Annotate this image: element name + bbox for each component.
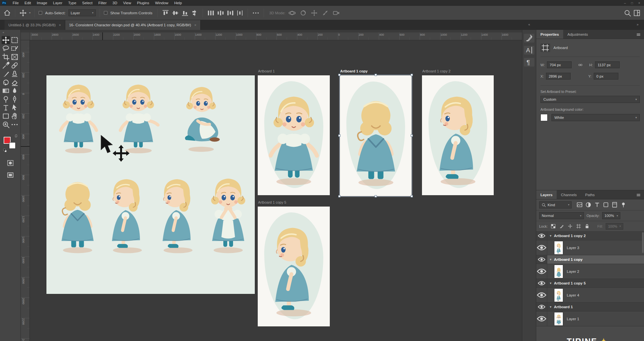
layer-group-row[interactable]: ▾Artboard 1 copy 5 <box>536 279 644 288</box>
pen-tool[interactable] <box>10 95 19 103</box>
artboard-artboard-1-copy-5[interactable]: Artboard 1 copy 5 <box>258 207 330 326</box>
expand-chevron-icon[interactable]: ▾ <box>550 234 551 237</box>
close-tab-icon[interactable]: × <box>194 23 196 27</box>
link-dimensions-icon[interactable] <box>577 63 584 67</box>
transform-handle[interactable] <box>375 74 377 76</box>
lock-artboard-icon[interactable] <box>576 223 581 229</box>
type-tool[interactable] <box>2 104 10 112</box>
align-top-edges-icon[interactable] <box>162 9 169 17</box>
brush-settings-icon[interactable] <box>524 34 534 43</box>
distribute-left-icon[interactable] <box>207 9 215 17</box>
window-control[interactable]: – <box>624 1 626 5</box>
document-tab[interactable]: Untitled-1 @ 33.3% (RGB/8)× <box>5 20 65 30</box>
menu-window[interactable]: Window <box>152 0 171 6</box>
lasso-tool[interactable] <box>2 44 10 53</box>
artboard-label[interactable]: Artboard 1 copy <box>340 69 367 73</box>
align-vertical-centers-icon[interactable] <box>171 9 179 17</box>
menu-file[interactable]: File <box>10 0 22 6</box>
layers-scrollbar[interactable] <box>642 232 644 253</box>
crop-tool[interactable] <box>2 53 10 61</box>
visibility-eye-icon[interactable] <box>536 232 547 240</box>
filter-pin-icon[interactable] <box>620 201 627 208</box>
transform-handle[interactable] <box>411 74 413 76</box>
healing-brush-tool[interactable] <box>10 61 19 69</box>
panel-menu-icon[interactable] <box>636 192 641 197</box>
width-field[interactable]: 704 px <box>547 61 572 68</box>
collapse-tools-chevron[interactable]: « <box>0 30 20 34</box>
filter-adjust-icon[interactable] <box>585 201 592 208</box>
menu-type[interactable]: Type <box>65 0 79 6</box>
visibility-eye-icon[interactable] <box>536 255 547 264</box>
menu-filter[interactable]: Filter <box>95 0 110 6</box>
artboard-label[interactable]: Artboard 1 copy 5 <box>258 200 286 204</box>
blend-mode-dropdown[interactable]: Normal▾ <box>539 212 584 219</box>
layers-tab-channels[interactable]: Channels <box>557 190 581 199</box>
dodge-tool[interactable] <box>2 95 10 103</box>
expand-dock-chevron[interactable]: « <box>528 23 530 26</box>
swap-colors-icon[interactable] <box>14 134 18 138</box>
transform-handle[interactable] <box>411 134 413 137</box>
layer-group-row[interactable]: ▾Artboard 1 <box>536 303 644 311</box>
properties-tab-adjustments[interactable]: Adjustments <box>563 30 592 39</box>
eyedropper-tool[interactable] <box>2 61 10 69</box>
rectangle-tool[interactable] <box>2 112 10 120</box>
search-icon[interactable] <box>624 9 631 17</box>
lock-transparent-icon[interactable] <box>551 223 556 229</box>
artboard-artboard-1[interactable]: Artboard 1 <box>258 75 330 195</box>
menu-view[interactable]: View <box>120 0 134 6</box>
clone-stamp-tool[interactable] <box>10 70 19 78</box>
expand-chevron-icon[interactable]: ▾ <box>550 282 551 285</box>
menu-help[interactable]: Help <box>171 0 185 6</box>
vertical-ruler[interactable]: 4002000200400600800100012001400160018002… <box>21 40 30 341</box>
layer-thumbnail[interactable] <box>554 312 563 325</box>
rectangular-marquee-tool[interactable] <box>10 36 19 44</box>
layers-tab-layers[interactable]: Layers <box>536 190 557 199</box>
artboard-artboard-1-copy-2[interactable]: Artboard 1 copy 2 <box>422 75 494 195</box>
3d-slide-icon[interactable] <box>321 9 329 17</box>
frame-tool[interactable] <box>10 53 19 61</box>
background-color-swatch[interactable] <box>9 142 16 149</box>
workspace-switcher-icon[interactable] <box>633 9 641 17</box>
visibility-eye-icon[interactable] <box>536 288 547 302</box>
default-colors-icon[interactable] <box>3 148 7 153</box>
layer-thumbnail[interactable] <box>554 241 563 254</box>
visibility-eye-icon[interactable] <box>536 311 547 326</box>
hand-tool[interactable] <box>10 112 19 120</box>
window-control[interactable]: □ <box>631 1 633 5</box>
lock-brush-icon[interactable] <box>559 223 564 229</box>
layers-tab-paths[interactable]: Paths <box>581 190 599 199</box>
menu-select[interactable]: Select <box>79 0 95 6</box>
transform-handle[interactable] <box>411 195 413 197</box>
move-tool[interactable] <box>2 36 10 44</box>
artboard-artboard-1-copy[interactable]: Artboard 1 copy <box>340 75 412 196</box>
path-selection-tool[interactable] <box>10 104 19 112</box>
layer-group-row[interactable]: ▾Artboard 1 copy <box>536 255 644 264</box>
more-options-icon[interactable] <box>252 9 260 17</box>
eraser-tool[interactable] <box>10 78 19 86</box>
menu-edit[interactable]: Edit <box>22 0 34 6</box>
quick-mask-icon[interactable] <box>6 159 14 167</box>
close-tab-icon[interactable]: × <box>59 23 61 27</box>
layer-row[interactable]: Layer 4 <box>536 288 644 303</box>
chevron-down-icon[interactable]: ▾ <box>29 11 31 14</box>
window-control[interactable]: × <box>638 1 640 5</box>
edit-toolbar[interactable] <box>10 120 19 129</box>
visibility-eye-icon[interactable] <box>536 240 547 255</box>
menu-3d[interactable]: 3D <box>110 0 120 6</box>
layer-thumbnail[interactable] <box>554 289 563 302</box>
menu-plugins[interactable]: Plugins <box>134 0 152 6</box>
gradient-tool[interactable] <box>2 87 10 95</box>
transform-handle[interactable] <box>338 74 341 76</box>
artboard-label[interactable]: Artboard 1 <box>258 69 275 73</box>
visibility-eye-icon[interactable] <box>536 264 547 279</box>
lock-lock-icon[interactable] <box>584 223 590 229</box>
filter-smart-icon[interactable] <box>611 201 618 208</box>
menu-image[interactable]: Image <box>34 0 50 6</box>
expand-chevron-icon[interactable]: ▾ <box>550 258 551 261</box>
layer-row[interactable]: Layer 3 <box>536 240 644 255</box>
visibility-eye-icon[interactable] <box>536 279 547 287</box>
character-panel-icon[interactable]: A <box>524 46 534 55</box>
brush-tool[interactable] <box>2 70 10 78</box>
x-field[interactable]: 2896 px <box>546 73 571 80</box>
zoom-tool[interactable] <box>2 120 10 129</box>
